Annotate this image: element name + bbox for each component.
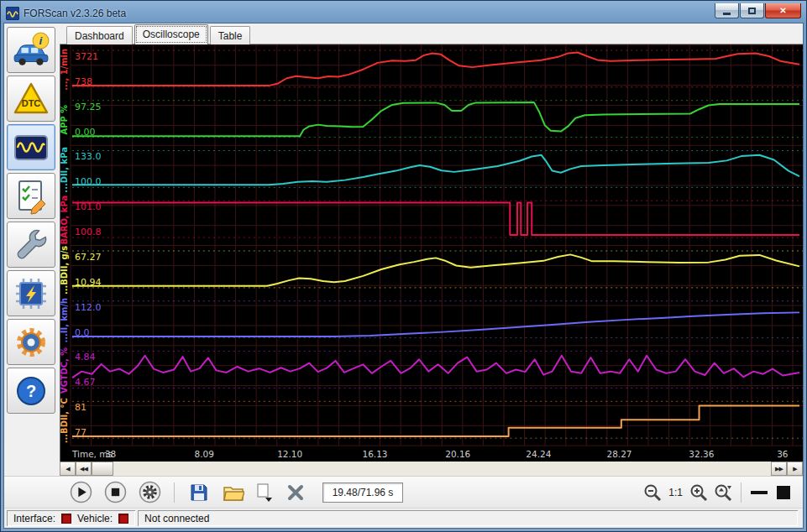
minimize-button[interactable] <box>715 3 739 18</box>
scroll-page-right-button[interactable]: ▶▶ <box>771 462 787 476</box>
app-icon <box>6 7 19 20</box>
close-button[interactable]: ✕ <box>765 3 801 18</box>
svg-text:112.0: 112.0 <box>75 302 101 313</box>
scroll-left-icon: ◀ <box>66 466 69 472</box>
export-dropdown-icon <box>255 482 274 503</box>
svg-text:32.36: 32.36 <box>689 449 714 459</box>
svg-text:BARO, kPa: BARO, kPa <box>60 196 69 245</box>
svg-text:...II, km/h: ...II, km/h <box>60 298 69 343</box>
record-settings-button[interactable] <box>135 479 164 506</box>
checklist-icon <box>12 178 50 215</box>
sidebar-item-tests[interactable] <box>7 173 55 219</box>
zoom-amplitude-button[interactable] <box>712 479 734 506</box>
svg-text:38: 38 <box>105 449 116 459</box>
block-style-button[interactable] <box>773 479 794 506</box>
svg-text:8.09: 8.09 <box>194 449 213 459</box>
forscan-window: FORScan v2.3.26 beta ✕ i <box>0 0 807 532</box>
close-icon: ✕ <box>779 6 786 15</box>
chip-icon <box>12 275 50 312</box>
svg-text:16.13: 16.13 <box>363 449 388 459</box>
svg-text:20.16: 20.16 <box>445 449 470 459</box>
maximize-icon <box>748 8 756 14</box>
oscilloscope-icon <box>12 129 50 166</box>
open-folder-icon <box>223 482 244 503</box>
svg-text:28.27: 28.27 <box>607 449 632 459</box>
titlebar: FORScan v2.3.26 beta ✕ <box>3 3 804 23</box>
svg-text:100.8: 100.8 <box>75 227 101 237</box>
sidebar-item-dtc[interactable]: DTC <box>7 76 55 122</box>
sidebar-item-service[interactable] <box>7 222 55 268</box>
scroll-right-icon: ▶ <box>793 466 796 472</box>
disconnect-x-icon <box>286 482 306 503</box>
svg-text:APP %: APP % <box>60 105 69 135</box>
sidebar-item-programming[interactable] <box>7 270 55 316</box>
svg-text:?: ? <box>26 382 36 400</box>
status-bar: Interface: Vehicle: Not connected <box>4 508 803 528</box>
svg-text:DTC: DTC <box>22 98 41 108</box>
sidebar-item-help[interactable]: ? <box>7 368 55 414</box>
zoom-out-button[interactable] <box>642 479 663 506</box>
scrollbar-thumb[interactable] <box>92 462 113 476</box>
tab-table[interactable]: Table <box>210 26 251 44</box>
gear-icon <box>12 324 50 361</box>
scroll-page-left-button[interactable]: ◀◀ <box>76 462 92 476</box>
svg-text:...BDII, g/s: ...BDII, g/s <box>60 246 69 295</box>
zoom-in-icon <box>689 482 709 503</box>
export-dropdown-button[interactable] <box>254 479 275 506</box>
toolbar: 19.48/71.96 s 1:1 <box>4 476 803 508</box>
maximize-button[interactable] <box>740 3 764 18</box>
svg-text:4.84: 4.84 <box>75 352 95 363</box>
zoom-amplitude-icon <box>713 482 733 503</box>
svg-text:97.25: 97.25 <box>75 102 101 112</box>
connection-indicators: Interface: Vehicle: <box>7 510 135 526</box>
svg-text:i: i <box>39 34 43 47</box>
thick-line-icon <box>749 482 769 503</box>
minimize-icon <box>723 13 731 15</box>
open-button[interactable] <box>219 479 248 506</box>
window-title: FORScan v2.3.26 beta <box>24 8 126 19</box>
status-text: Not connected <box>144 513 209 524</box>
svg-text:...BDII, °C: ...BDII, °C <box>60 398 69 443</box>
save-button[interactable] <box>185 479 213 506</box>
interface-label: Interface: <box>13 513 55 524</box>
interface-status-led <box>61 514 71 524</box>
oscilloscope-canvas: 3721738..., 1/min97.250.00APP %133.0100.… <box>60 44 803 462</box>
play-icon <box>70 481 92 503</box>
zoom-in-button[interactable] <box>688 479 710 506</box>
stop-button[interactable] <box>101 479 129 506</box>
svg-text:12.10: 12.10 <box>277 449 302 459</box>
svg-text:...DII, kPa: ...DII, kPa <box>60 147 69 192</box>
scrollbar-track[interactable] <box>113 462 771 476</box>
sidebar-item-vehicle-info[interactable]: i <box>7 27 55 73</box>
svg-text:36: 36 <box>777 449 788 459</box>
sidebar-item-settings[interactable] <box>7 319 55 365</box>
tab-dashboard[interactable]: Dashboard <box>66 26 133 44</box>
horizontal-scrollbar[interactable]: ◀ ◀◀ ▶▶ ▶ <box>60 462 803 476</box>
dtc-warning-icon: DTC <box>12 81 50 117</box>
zoom-out-icon <box>642 482 663 503</box>
scroll-page-right-icon: ▶▶ <box>775 466 783 472</box>
svg-text:67.27: 67.27 <box>75 252 101 263</box>
svg-text:..., 1/min: ..., 1/min <box>60 49 69 91</box>
sidebar-item-oscilloscope[interactable] <box>7 124 55 170</box>
scroll-left-button[interactable]: ◀ <box>60 462 76 476</box>
svg-text:133.0: 133.0 <box>75 151 101 162</box>
scroll-right-button[interactable]: ▶ <box>787 462 803 476</box>
disconnect-button[interactable] <box>281 479 310 506</box>
scroll-page-left-icon: ◀◀ <box>80 466 87 472</box>
time-position-display: 19.48/71.96 s <box>322 482 403 503</box>
vehicle-status-led <box>118 514 128 524</box>
tab-bar: Dashboard Oscilloscope Table <box>60 23 803 44</box>
svg-text:100.0: 100.0 <box>75 176 101 187</box>
toolbar-separator <box>741 482 741 503</box>
save-icon <box>189 482 209 503</box>
wrench-icon <box>13 227 50 263</box>
oscilloscope-plot[interactable]: 3721738..., 1/min97.250.00APP %133.0100.… <box>60 44 803 462</box>
play-button[interactable] <box>66 479 95 506</box>
svg-text:81: 81 <box>75 402 86 413</box>
toolbar-gear-icon <box>139 481 161 503</box>
line-style-button[interactable] <box>748 479 770 506</box>
tab-oscilloscope[interactable]: Oscilloscope <box>134 24 208 44</box>
svg-text:24.24: 24.24 <box>526 449 551 459</box>
window-body: i DTC <box>3 23 804 529</box>
